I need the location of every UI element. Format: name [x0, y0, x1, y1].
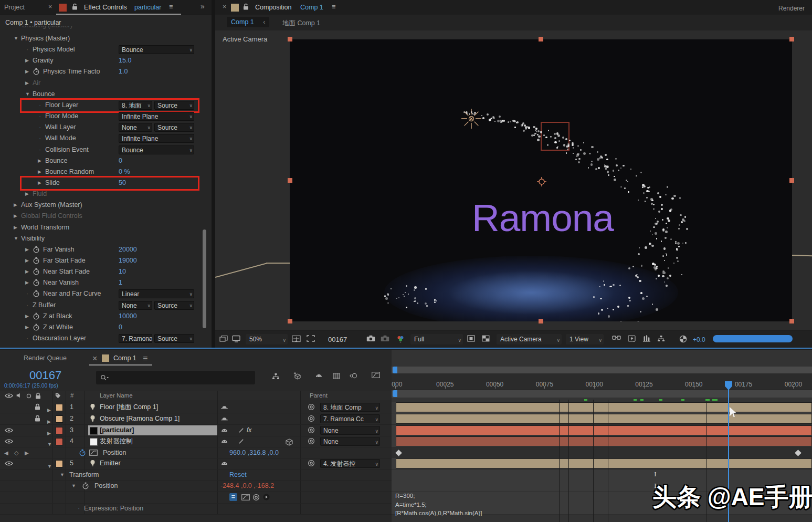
layer-name[interactable]: 发射器控制 [100, 436, 133, 447]
collapse-switch-icon[interactable] [220, 404, 228, 409]
effect-row-collision-event[interactable]: ·Collision EventBounce∨ [0, 144, 208, 155]
layer-label-swatch[interactable] [56, 438, 63, 445]
twirl-closed-icon[interactable]: ▶ [38, 166, 41, 178]
stopwatch-icon[interactable] [33, 68, 40, 75]
position-value[interactable]: 960.0 ,316.8 ,0.0 [229, 447, 279, 458]
param-dropdown[interactable]: Bounce∨ [119, 145, 194, 154]
project-tab-close-icon[interactable]: × [48, 3, 52, 11]
tab-timeline-comp[interactable]: Comp 1 [113, 354, 136, 362]
effect-row-global-fluid-controls[interactable]: ▶Global Fluid Controls [0, 211, 208, 222]
selection-handle[interactable] [789, 178, 794, 183]
param-value[interactable]: 10 [119, 266, 126, 277]
param-value[interactable]: 15.0 [119, 55, 131, 66]
twirl-closed-icon[interactable]: ▶ [38, 155, 41, 166]
selection-handle[interactable] [789, 37, 794, 41]
timeline-panel-icon[interactable] [642, 335, 651, 342]
comp-title-text[interactable]: Ramona [472, 199, 614, 237]
param-value[interactable]: 10000 [119, 311, 137, 322]
twirl-closed-icon[interactable]: ▶ [25, 322, 29, 333]
stopwatch-icon[interactable] [82, 482, 89, 489]
snapshot-icon[interactable] [366, 335, 375, 342]
twirl-closed-icon[interactable]: ▶ [14, 211, 17, 222]
breadcrumb-current-comp[interactable]: Comp 1 ‹ [227, 17, 269, 27]
search-icon[interactable] [100, 374, 109, 381]
transform-label[interactable]: Transform [69, 469, 99, 481]
graph-toggle-icon[interactable] [89, 450, 98, 456]
emitter-box-outline[interactable] [541, 122, 570, 151]
expression-enable-toggle[interactable]: = [229, 493, 237, 501]
param-source-dropdown[interactable]: Source∨ [154, 101, 194, 110]
effect-row-aux-system-master-[interactable]: ▶Aux System (Master) [0, 200, 208, 211]
property-label[interactable]: Position [103, 447, 126, 458]
twirl-open-icon[interactable]: ▼ [25, 89, 30, 100]
stopwatch-icon[interactable] [33, 246, 40, 253]
effect-row-z-buffer[interactable]: ·Z BufferNone∨Source∨ [0, 300, 208, 311]
reset-link[interactable]: Reset [229, 469, 247, 481]
effect-row-wall-mode[interactable]: ·Wall ModeInfinite Plane∨ [0, 133, 208, 144]
effect-target-name[interactable]: particular [134, 4, 161, 11]
twirl-open-icon[interactable]: ▼ [60, 469, 65, 481]
layer-label-swatch[interactable] [56, 415, 63, 423]
timeline-tab-close-icon[interactable]: × [92, 354, 97, 363]
lock-icon[interactable] [71, 3, 78, 11]
stopwatch-icon[interactable] [33, 257, 40, 264]
layer-bar-1[interactable] [396, 402, 812, 412]
add-keyframe-icon[interactable]: ◇ [14, 447, 18, 458]
parent-dropdown[interactable]: 8. 地面 Comp∨ [320, 403, 380, 412]
target-region-icon[interactable] [467, 335, 475, 342]
param-source-dropdown[interactable]: Source∨ [154, 123, 194, 132]
fast-previews-icon[interactable] [628, 335, 636, 342]
param-value[interactable]: 20000 [119, 244, 137, 255]
param-dropdown[interactable]: 7. Ramona∨ [119, 334, 152, 343]
transparency-grid-icon[interactable] [482, 335, 490, 342]
view-count-dropdown[interactable]: 1 View∨ [566, 334, 604, 344]
effect-row-near-start-fade[interactable]: ▶Near Start Fade10 [0, 266, 208, 277]
effect-row-z-at-white[interactable]: ▶Z at White0 [0, 322, 208, 333]
reset-exposure-icon[interactable] [679, 335, 687, 343]
channels-icon[interactable] [396, 335, 405, 342]
flowchart-icon[interactable] [657, 335, 665, 342]
quality-switch-icon[interactable] [238, 439, 244, 444]
parent-dropdown[interactable]: 4. 发射器控∨ [320, 459, 380, 468]
expression-pickwhip-icon[interactable] [252, 494, 260, 501]
twirl-closed-icon[interactable]: ▶ [25, 266, 29, 277]
work-area-bar[interactable] [392, 390, 812, 398]
comp-tab-close-icon[interactable]: × [223, 3, 226, 11]
selection-handle[interactable] [288, 178, 292, 183]
twirl-closed-icon[interactable]: ▶ [38, 178, 41, 189]
twirl-closed-icon[interactable]: ▶ [14, 200, 17, 211]
graph-editor-icon[interactable] [372, 372, 380, 378]
effect-row-near-and-far-curve[interactable]: ·Near and Far CurveLinear∨ [0, 288, 208, 299]
quality-switch-icon[interactable] [238, 427, 244, 433]
effect-row-physics-model[interactable]: ·Physics ModelBounce∨ [0, 44, 208, 55]
selection-handle[interactable] [288, 37, 292, 41]
parent-pickwhip-icon[interactable] [308, 437, 315, 445]
tab-composition[interactable]: Composition [255, 4, 291, 11]
parent-dropdown[interactable]: 7. Ramona Cc∨ [320, 414, 380, 423]
layer-name[interactable]: Emitter [100, 458, 121, 469]
breadcrumb-back-icon[interactable]: ‹ [263, 18, 265, 26]
prev-keyframe-icon[interactable]: ◀ [4, 447, 8, 458]
param-value[interactable]: 50 [119, 178, 126, 189]
resolution-dropdown[interactable]: Full∨ [410, 334, 463, 344]
show-post-expression-graph-icon[interactable] [241, 494, 250, 500]
twirl-closed-icon[interactable]: ▶ [25, 66, 29, 77]
current-frame-display[interactable]: 00167 [29, 369, 61, 382]
twirl-closed-icon[interactable]: ▶ [25, 244, 29, 255]
effect-row-far-vanish[interactable]: ▶Far Vanish20000 [0, 244, 208, 255]
effect-row-z-at-black[interactable]: ▶Z at Black10000 [0, 311, 208, 322]
layer-lock-icon[interactable] [34, 415, 41, 422]
layer-label-swatch[interactable] [56, 460, 63, 467]
primary-viewer-icon[interactable] [232, 335, 240, 342]
region-of-interest-icon[interactable] [307, 335, 315, 342]
composition-name[interactable]: Comp 1 [300, 4, 323, 11]
effect-row-visibility[interactable]: ▼Visibility [0, 233, 208, 244]
breadcrumb-parent-comp[interactable]: 地面 Comp 1 [282, 19, 320, 28]
view-layout-3d-dropdown[interactable]: Active Camera∨ [497, 334, 562, 344]
param-value[interactable]: 19000 [119, 255, 137, 266]
twirl-closed-icon[interactable]: ▶ [14, 222, 17, 233]
selection-handle[interactable] [288, 319, 292, 323]
tab-render-queue[interactable]: Render Queue [24, 354, 67, 362]
layer-bar-3[interactable] [396, 425, 812, 435]
twirl-open-icon[interactable]: ▼ [71, 481, 76, 492]
